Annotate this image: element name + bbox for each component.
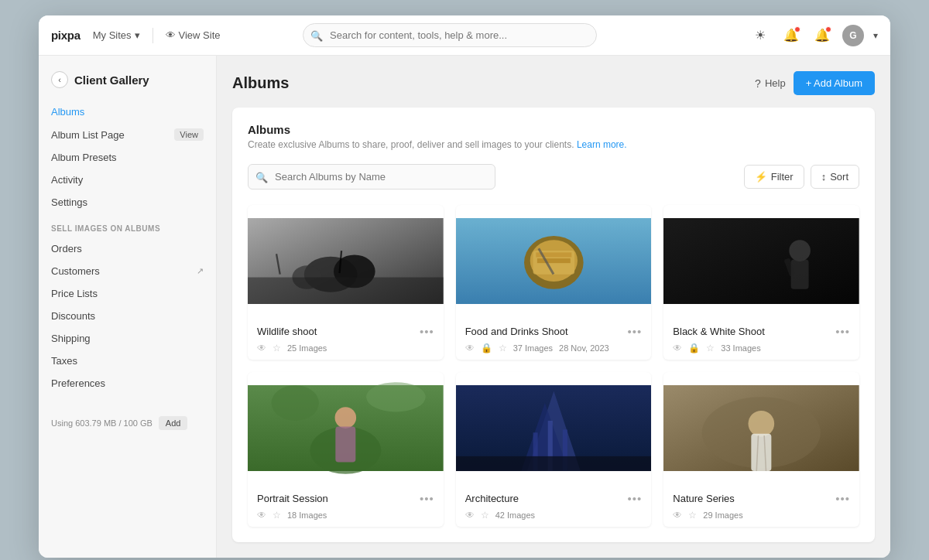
album-card[interactable]: Portrait Session ••• 👁 ☆ 18 Images [248,372,444,527]
filter-button[interactable]: ⚡ Filter [744,165,804,189]
sidebar-item-customers[interactable]: Customers ↗ [39,260,216,282]
sidebar-item-album-presets[interactable]: Album Presets [39,146,216,169]
album-menu-button[interactable]: ••• [835,325,850,338]
album-search: 🔍 [248,164,495,190]
star-icon[interactable]: ☆ [688,510,697,521]
chevron-down-icon[interactable]: ▾ [873,30,878,41]
eye-icon: 👁 [465,510,475,521]
album-name: Architecture [465,493,519,504]
svg-rect-34 [752,434,772,471]
chevron-down-icon: ▾ [135,29,140,41]
svg-rect-30 [456,456,652,471]
sidebar-item-activity[interactable]: Activity [39,169,216,191]
sun-icon[interactable]: ☀ [749,25,771,46]
album-name-row: Black & White Shoot ••• [673,325,850,338]
page-title: Albums [232,74,289,92]
sidebar-item-discounts[interactable]: Discounts [39,305,216,327]
sidebar: ‹ Client Gallery Albums Album List Page … [39,56,217,558]
sidebar-item-price-lists[interactable]: Price Lists [39,282,216,305]
view-site-link[interactable]: 👁 View Site [166,29,221,41]
albums-card-desc: Create exclusive Albums to share, proof,… [248,139,859,150]
album-thumbnail [456,205,652,317]
albums-card: Albums Create exclusive Albums to share,… [232,108,875,542]
album-thumbnail [663,205,859,317]
my-sites-link[interactable]: My Sites ▾ [93,29,140,41]
eye-icon: 👁 [257,343,266,353]
album-date: 28 Nov, 2023 [559,343,609,353]
album-menu-button[interactable]: ••• [628,492,643,505]
svg-rect-4 [248,278,444,304]
album-card[interactable]: Wildlife shoot ••• 👁 ☆ 25 Images [248,205,444,360]
filter-icon: ⚡ [755,171,767,183]
sidebar-item-albums[interactable]: Albums [39,101,216,123]
album-footer: Food and Drinks Shoot ••• 👁 🔒 ☆ 37 Image… [456,317,652,360]
svg-point-20 [366,382,426,411]
sidebar-title: Client Gallery [74,73,149,87]
sidebar-item-shipping[interactable]: Shipping [39,327,216,350]
album-card[interactable]: Nature Series ••• 👁 ☆ 29 Images [663,372,859,527]
svg-rect-12 [537,258,571,263]
star-icon[interactable]: ☆ [273,510,281,521]
global-search-input[interactable] [303,23,597,47]
main-layout: ‹ Client Gallery Albums Album List Page … [39,56,890,558]
album-name-row: Portrait Session ••• [257,492,434,505]
album-thumbnail [248,372,444,484]
sort-button[interactable]: ↕ Sort [811,165,859,189]
album-name: Nature Series [673,493,734,504]
eye-icon: 👁 [257,510,266,521]
album-card[interactable]: Architecture ••• 👁 ☆ 42 Images [456,372,652,527]
star-icon[interactable]: ☆ [499,343,507,353]
album-menu-button[interactable]: ••• [628,325,643,338]
eye-icon: 👁 [465,343,475,353]
album-card[interactable]: Black & White Shoot ••• 👁 🔒 ☆ 33 Images [663,205,859,360]
album-footer: Architecture ••• 👁 ☆ 42 Images [456,484,652,527]
sidebar-item-preferences[interactable]: Preferences [39,372,216,394]
star-icon[interactable]: ☆ [706,343,715,353]
album-thumbnail [663,372,859,484]
album-meta: 👁 ☆ 29 Images [673,510,850,521]
svg-point-19 [272,385,319,421]
album-search-icon: 🔍 [255,171,268,183]
add-storage-button[interactable]: Add [159,416,188,430]
album-images-count: 25 Images [287,343,327,353]
album-meta: 👁 🔒 ☆ 37 Images 28 Nov, 2023 [465,343,643,353]
album-card[interactable]: Food and Drinks Shoot ••• 👁 🔒 ☆ 37 Image… [456,205,652,360]
lock-icon: 🔒 [688,343,700,353]
album-meta: 👁 ☆ 18 Images [257,510,434,521]
svg-point-22 [335,407,357,429]
album-meta: 👁 ☆ 25 Images [257,343,434,353]
sidebar-item-settings[interactable]: Settings [39,191,216,213]
album-name: Portrait Session [257,493,328,504]
eye-icon: 👁 [673,343,682,353]
album-images-count: 18 Images [287,510,327,520]
album-images-count: 37 Images [513,343,553,353]
filter-actions: ⚡ Filter ↕ Sort [744,165,859,189]
eye-icon: 👁 [166,29,176,41]
bell-icon[interactable]: 🔔 [811,25,833,46]
album-menu-button[interactable]: ••• [420,325,434,338]
star-icon[interactable]: ☆ [481,510,489,521]
main-content: Albums ? Help + Add Album Albums Create … [217,56,890,558]
album-footer: Black & White Shoot ••• 👁 🔒 ☆ 33 Images [663,317,859,360]
star-icon[interactable]: ☆ [273,343,281,353]
albums-grid: Wildlife shoot ••• 👁 ☆ 25 Images [248,205,859,527]
sidebar-item-orders[interactable]: Orders [39,237,216,260]
sidebar-item-album-list-page[interactable]: Album List Page View [39,123,216,146]
view-badge[interactable]: View [174,128,204,141]
user-avatar[interactable]: G [842,25,864,46]
help-button[interactable]: ? Help [755,77,786,90]
album-search-input[interactable] [248,164,495,190]
album-footer: Wildlife shoot ••• 👁 ☆ 25 Images [248,317,444,360]
album-name: Food and Drinks Shoot [465,326,568,337]
learn-more-link[interactable]: Learn more. [577,139,627,150]
sidebar-header: ‹ Client Gallery [39,68,216,101]
album-images-count: 33 Images [721,343,760,353]
album-menu-button[interactable]: ••• [835,492,850,505]
add-album-button[interactable]: + Add Album [794,71,875,95]
sidebar-item-taxes[interactable]: Taxes [39,350,216,372]
back-button[interactable]: ‹ [51,71,68,88]
top-nav: pixpa My Sites ▾ 👁 View Site 🔍 ☀ 🔔 🔔 G ▾ [39,15,890,56]
album-menu-button[interactable]: ••• [420,492,434,505]
notifications-icon[interactable]: 🔔 [780,25,802,46]
global-search: 🔍 [303,23,597,47]
